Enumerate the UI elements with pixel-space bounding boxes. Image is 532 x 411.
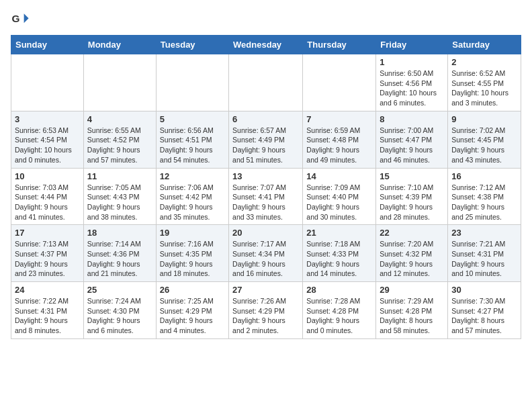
day-info: Sunrise: 7:05 AM Sunset: 4:43 PM Dayligh… — [87, 183, 152, 222]
day-number: 6 — [232, 114, 299, 124]
day-number: 9 — [451, 114, 517, 124]
calendar-cell: 23Sunrise: 7:21 AM Sunset: 4:31 PM Dayli… — [448, 225, 521, 282]
calendar-cell — [303, 54, 376, 111]
day-number: 30 — [451, 285, 517, 295]
day-info: Sunrise: 7:00 AM Sunset: 4:47 PM Dayligh… — [380, 126, 444, 165]
day-number: 26 — [160, 285, 225, 295]
logo-icon: G — [11, 11, 30, 30]
day-info: Sunrise: 7:17 AM Sunset: 4:34 PM Dayligh… — [232, 239, 299, 279]
weekday-header: Friday — [376, 36, 448, 54]
weekday-header: Wednesday — [229, 36, 303, 54]
svg-marker-1 — [24, 13, 29, 23]
calendar-cell: 14Sunrise: 7:09 AM Sunset: 4:40 PM Dayli… — [303, 168, 376, 225]
calendar-week-row: 17Sunrise: 7:13 AM Sunset: 4:37 PM Dayli… — [11, 225, 521, 282]
calendar-cell: 3Sunrise: 6:53 AM Sunset: 4:54 PM Daylig… — [11, 111, 84, 168]
day-info: Sunrise: 7:10 AM Sunset: 4:39 PM Dayligh… — [380, 183, 444, 222]
calendar-week-row: 1Sunrise: 6:50 AM Sunset: 4:56 PM Daylig… — [11, 54, 521, 111]
calendar-cell: 30Sunrise: 7:30 AM Sunset: 4:27 PM Dayli… — [448, 282, 521, 339]
day-info: Sunrise: 6:53 AM Sunset: 4:54 PM Dayligh… — [15, 126, 80, 165]
calendar-cell: 4Sunrise: 6:55 AM Sunset: 4:52 PM Daylig… — [83, 111, 156, 168]
calendar-cell: 21Sunrise: 7:18 AM Sunset: 4:33 PM Dayli… — [303, 225, 376, 282]
calendar-cell: 18Sunrise: 7:14 AM Sunset: 4:36 PM Dayli… — [83, 225, 156, 282]
day-info: Sunrise: 7:20 AM Sunset: 4:32 PM Dayligh… — [380, 239, 444, 279]
day-info: Sunrise: 7:30 AM Sunset: 4:27 PM Dayligh… — [451, 296, 517, 336]
calendar-cell: 17Sunrise: 7:13 AM Sunset: 4:37 PM Dayli… — [11, 225, 84, 282]
calendar-cell: 28Sunrise: 7:28 AM Sunset: 4:28 PM Dayli… — [303, 282, 376, 339]
calendar-header-row: SundayMondayTuesdayWednesdayThursdayFrid… — [11, 36, 521, 54]
day-number: 18 — [87, 228, 152, 238]
day-info: Sunrise: 7:03 AM Sunset: 4:44 PM Dayligh… — [15, 183, 80, 222]
calendar-cell: 8Sunrise: 7:00 AM Sunset: 4:47 PM Daylig… — [376, 111, 448, 168]
calendar-cell: 2Sunrise: 6:52 AM Sunset: 4:55 PM Daylig… — [448, 54, 521, 111]
calendar-cell: 9Sunrise: 7:02 AM Sunset: 4:45 PM Daylig… — [448, 111, 521, 168]
day-info: Sunrise: 7:29 AM Sunset: 4:28 PM Dayligh… — [380, 296, 444, 336]
day-info: Sunrise: 7:13 AM Sunset: 4:37 PM Dayligh… — [15, 239, 80, 279]
day-number: 8 — [380, 114, 444, 124]
day-info: Sunrise: 6:50 AM Sunset: 4:56 PM Dayligh… — [380, 68, 444, 108]
calendar-cell: 6Sunrise: 6:57 AM Sunset: 4:49 PM Daylig… — [229, 111, 303, 168]
calendar-cell: 26Sunrise: 7:25 AM Sunset: 4:29 PM Dayli… — [156, 282, 228, 339]
day-info: Sunrise: 7:16 AM Sunset: 4:35 PM Dayligh… — [160, 239, 225, 279]
day-info: Sunrise: 6:52 AM Sunset: 4:55 PM Dayligh… — [451, 68, 517, 108]
day-number: 11 — [87, 171, 152, 181]
day-info: Sunrise: 7:25 AM Sunset: 4:29 PM Dayligh… — [160, 296, 225, 336]
calendar-cell: 25Sunrise: 7:24 AM Sunset: 4:30 PM Dayli… — [83, 282, 156, 339]
day-number: 20 — [232, 228, 299, 238]
day-number: 4 — [87, 114, 152, 124]
day-info: Sunrise: 7:14 AM Sunset: 4:36 PM Dayligh… — [87, 239, 152, 279]
day-number: 19 — [160, 228, 225, 238]
day-number: 13 — [232, 171, 299, 181]
weekday-header: Monday — [83, 36, 156, 54]
calendar-cell — [11, 54, 84, 111]
day-number: 21 — [306, 228, 372, 238]
day-number: 25 — [87, 285, 152, 295]
calendar-table: SundayMondayTuesdayWednesdayThursdayFrid… — [11, 35, 521, 339]
day-info: Sunrise: 7:02 AM Sunset: 4:45 PM Dayligh… — [451, 126, 517, 165]
day-info: Sunrise: 6:59 AM Sunset: 4:48 PM Dayligh… — [306, 126, 372, 165]
calendar-cell: 22Sunrise: 7:20 AM Sunset: 4:32 PM Dayli… — [376, 225, 448, 282]
day-number: 27 — [232, 285, 299, 295]
logo: G — [11, 11, 32, 30]
day-number: 28 — [306, 285, 372, 295]
day-info: Sunrise: 6:56 AM Sunset: 4:51 PM Dayligh… — [160, 126, 225, 165]
weekday-header: Thursday — [303, 36, 376, 54]
weekday-header: Saturday — [448, 36, 521, 54]
calendar-cell: 27Sunrise: 7:26 AM Sunset: 4:29 PM Dayli… — [229, 282, 303, 339]
calendar-cell: 13Sunrise: 7:07 AM Sunset: 4:41 PM Dayli… — [229, 168, 303, 225]
calendar-cell: 29Sunrise: 7:29 AM Sunset: 4:28 PM Dayli… — [376, 282, 448, 339]
day-number: 17 — [15, 228, 80, 238]
calendar-cell: 7Sunrise: 6:59 AM Sunset: 4:48 PM Daylig… — [303, 111, 376, 168]
day-number: 15 — [380, 171, 444, 181]
page-header: G — [11, 11, 521, 30]
calendar-cell: 1Sunrise: 6:50 AM Sunset: 4:56 PM Daylig… — [376, 54, 448, 111]
calendar-cell — [156, 54, 228, 111]
day-number: 2 — [451, 57, 517, 67]
calendar-cell: 12Sunrise: 7:06 AM Sunset: 4:42 PM Dayli… — [156, 168, 228, 225]
day-info: Sunrise: 7:06 AM Sunset: 4:42 PM Dayligh… — [160, 183, 225, 222]
day-number: 24 — [15, 285, 80, 295]
calendar-cell: 15Sunrise: 7:10 AM Sunset: 4:39 PM Dayli… — [376, 168, 448, 225]
day-number: 7 — [306, 114, 372, 124]
day-info: Sunrise: 7:18 AM Sunset: 4:33 PM Dayligh… — [306, 239, 372, 279]
day-number: 29 — [380, 285, 444, 295]
calendar-cell: 10Sunrise: 7:03 AM Sunset: 4:44 PM Dayli… — [11, 168, 84, 225]
day-number: 5 — [160, 114, 225, 124]
calendar-cell — [83, 54, 156, 111]
day-number: 10 — [15, 171, 80, 181]
svg-text:G: G — [11, 13, 19, 24]
calendar-cell — [229, 54, 303, 111]
day-info: Sunrise: 7:12 AM Sunset: 4:38 PM Dayligh… — [451, 183, 517, 222]
weekday-header: Tuesday — [156, 36, 228, 54]
day-info: Sunrise: 7:21 AM Sunset: 4:31 PM Dayligh… — [451, 239, 517, 279]
day-number: 14 — [306, 171, 372, 181]
day-info: Sunrise: 7:28 AM Sunset: 4:28 PM Dayligh… — [306, 296, 372, 336]
day-number: 1 — [380, 57, 444, 67]
calendar-week-row: 3Sunrise: 6:53 AM Sunset: 4:54 PM Daylig… — [11, 111, 521, 168]
day-info: Sunrise: 7:07 AM Sunset: 4:41 PM Dayligh… — [232, 183, 299, 222]
day-info: Sunrise: 6:57 AM Sunset: 4:49 PM Dayligh… — [232, 126, 299, 165]
day-info: Sunrise: 6:55 AM Sunset: 4:52 PM Dayligh… — [87, 126, 152, 165]
calendar-cell: 20Sunrise: 7:17 AM Sunset: 4:34 PM Dayli… — [229, 225, 303, 282]
day-number: 12 — [160, 171, 225, 181]
calendar-week-row: 24Sunrise: 7:22 AM Sunset: 4:31 PM Dayli… — [11, 282, 521, 339]
calendar-cell: 11Sunrise: 7:05 AM Sunset: 4:43 PM Dayli… — [83, 168, 156, 225]
